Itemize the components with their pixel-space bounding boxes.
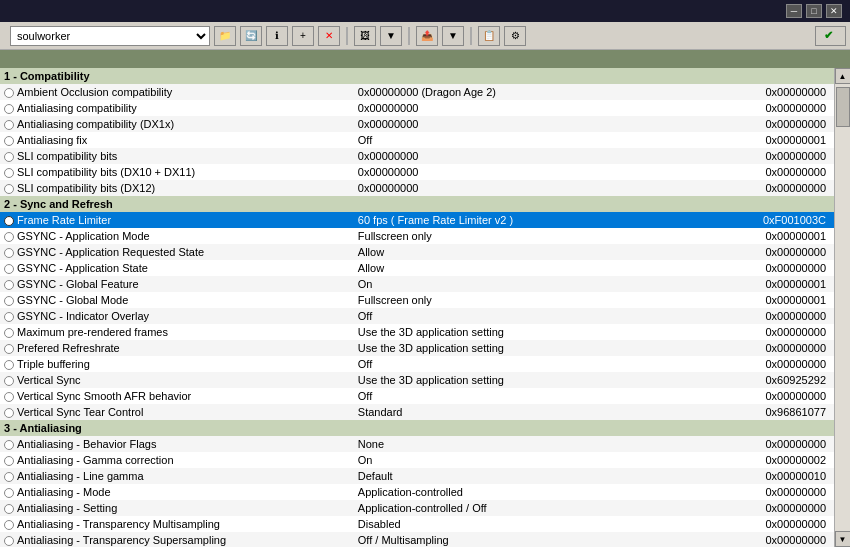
- table-row[interactable]: GSYNC - Indicator OverlayOff0x00000000: [0, 308, 834, 324]
- table-row[interactable]: GSYNC - Global FeatureOn0x00000001: [0, 276, 834, 292]
- row-value-cell: Fullscreen only: [354, 292, 683, 308]
- table-row[interactable]: SLI compatibility bits (DX10 + DX11)0x00…: [0, 164, 834, 180]
- table-row[interactable]: Antialiasing - Transparency Supersamplin…: [0, 532, 834, 547]
- section-header-cell: 2 - Sync and Refresh: [0, 196, 834, 212]
- toolbar-icon-4[interactable]: +: [292, 26, 314, 46]
- table-row[interactable]: GSYNC - Application ModeFullscreen only0…: [0, 228, 834, 244]
- row-radio-dot: [4, 120, 14, 130]
- toolbar-icon-9[interactable]: 📋: [478, 26, 500, 46]
- row-hex-cell: 0x00000000: [682, 324, 834, 340]
- row-name-cell: GSYNC - Application Mode: [0, 228, 354, 244]
- close-button[interactable]: ✕: [826, 4, 842, 18]
- row-hex-cell: 0x96861077: [682, 404, 834, 420]
- row-name-cell: Maximum pre-rendered frames: [0, 324, 354, 340]
- row-value-cell: Default: [354, 468, 683, 484]
- scroll-down-arrow[interactable]: ▼: [835, 531, 851, 547]
- table-row[interactable]: Antialiasing - Transparency Multisamplin…: [0, 516, 834, 532]
- row-hex-cell: 0x00000000: [682, 244, 834, 260]
- row-name-cell: GSYNC - Indicator Overlay: [0, 308, 354, 324]
- table-row[interactable]: Vertical Sync Smooth AFR behaviorOff0x00…: [0, 388, 834, 404]
- toolbar-icon-1[interactable]: 📁: [214, 26, 236, 46]
- toolbar-icon-6[interactable]: ▼: [380, 26, 402, 46]
- table-row[interactable]: Vertical Sync Tear ControlStandard0x9686…: [0, 404, 834, 420]
- table-row[interactable]: GSYNC - Application Requested StateAllow…: [0, 244, 834, 260]
- row-value-cell: Use the 3D application setting: [354, 340, 683, 356]
- row-value-cell: Allow: [354, 260, 683, 276]
- title-bar: ─ □ ✕: [0, 0, 850, 22]
- main-content: 1 - CompatibilityAmbient Occlusion compa…: [0, 68, 850, 547]
- table-row[interactable]: Antialiasing fixOff0x00000001: [0, 132, 834, 148]
- toolbar-icon-10[interactable]: ⚙: [504, 26, 526, 46]
- restore-button[interactable]: □: [806, 4, 822, 18]
- row-value-cell: 0x00000000 (Dragon Age 2): [354, 84, 683, 100]
- table-row[interactable]: Antialiasing - Behavior FlagsNone0x00000…: [0, 436, 834, 452]
- row-name-cell: Antialiasing - Mode: [0, 484, 354, 500]
- row-name-cell: Antialiasing - Line gamma: [0, 468, 354, 484]
- row-value-cell: Allow: [354, 244, 683, 260]
- row-value-cell: Off: [354, 308, 683, 324]
- apply-check-icon: ✔: [824, 29, 833, 42]
- section-header-cell: 3 - Antialiasing: [0, 420, 834, 436]
- row-value-cell: Disabled: [354, 516, 683, 532]
- row-radio-dot: [4, 376, 14, 386]
- table-row[interactable]: Triple bufferingOff0x00000000: [0, 356, 834, 372]
- row-hex-cell: 0x00000000: [682, 180, 834, 196]
- table-row[interactable]: Maximum pre-rendered framesUse the 3D ap…: [0, 324, 834, 340]
- row-radio-dot: [4, 136, 14, 146]
- toolbar-icon-3[interactable]: ℹ: [266, 26, 288, 46]
- table-container[interactable]: 1 - CompatibilityAmbient Occlusion compa…: [0, 68, 834, 547]
- row-hex-cell: 0x00000001: [682, 228, 834, 244]
- row-radio-dot: [4, 248, 14, 258]
- minimize-button[interactable]: ─: [786, 4, 802, 18]
- table-row[interactable]: SLI compatibility bits (DX12)0x000000000…: [0, 180, 834, 196]
- table-row[interactable]: Vertical SyncUse the 3D application sett…: [0, 372, 834, 388]
- row-hex-cell: 0x00000000: [682, 84, 834, 100]
- row-hex-cell: 0x00000001: [682, 132, 834, 148]
- row-value-cell: Off: [354, 356, 683, 372]
- table-row[interactable]: Frame Rate Limiter60 fps ( Frame Rate Li…: [0, 212, 834, 228]
- toolbar-separator-2: [408, 27, 410, 45]
- scroll-track[interactable]: [835, 84, 851, 531]
- scrollbar[interactable]: ▲ ▼: [834, 68, 850, 547]
- table-row[interactable]: Antialiasing compatibility0x000000000x00…: [0, 100, 834, 116]
- toolbar-icon-delete[interactable]: ✕: [318, 26, 340, 46]
- table-row[interactable]: Antialiasing - Gamma correctionOn0x00000…: [0, 452, 834, 468]
- row-radio-dot: [4, 408, 14, 418]
- table-row[interactable]: SLI compatibility bits0x000000000x000000…: [0, 148, 834, 164]
- toolbar-icon-8[interactable]: ▼: [442, 26, 464, 46]
- row-radio-dot: [4, 88, 14, 98]
- table-row[interactable]: Prefered RefreshrateUse the 3D applicati…: [0, 340, 834, 356]
- row-name-cell: Antialiasing - Behavior Flags: [0, 436, 354, 452]
- row-name-cell: Triple buffering: [0, 356, 354, 372]
- row-hex-cell: 0x00000000: [682, 148, 834, 164]
- row-hex-cell: 0x00000000: [682, 308, 834, 324]
- row-radio-dot: [4, 184, 14, 194]
- table-row[interactable]: GSYNC - Global ModeFullscreen only0x0000…: [0, 292, 834, 308]
- row-value-cell: On: [354, 276, 683, 292]
- row-radio-dot: [4, 536, 14, 546]
- table-row[interactable]: Antialiasing - SettingApplication-contro…: [0, 500, 834, 516]
- data-table: 1 - CompatibilityAmbient Occlusion compa…: [0, 68, 834, 547]
- row-value-cell: 0x00000000: [354, 148, 683, 164]
- row-hex-cell: 0x00000000: [682, 436, 834, 452]
- profile-select[interactable]: soulworker: [10, 26, 210, 46]
- row-name-cell: GSYNC - Application Requested State: [0, 244, 354, 260]
- toolbar-icon-5[interactable]: 🖼: [354, 26, 376, 46]
- row-value-cell: 0x00000000: [354, 180, 683, 196]
- toolbar-icon-2[interactable]: 🔄: [240, 26, 262, 46]
- table-row[interactable]: Antialiasing - ModeApplication-controlle…: [0, 484, 834, 500]
- table-row[interactable]: Antialiasing compatibility (DX1x)0x00000…: [0, 116, 834, 132]
- table-row[interactable]: Ambient Occlusion compatibility0x0000000…: [0, 84, 834, 100]
- apply-changes-button[interactable]: ✔: [815, 26, 846, 46]
- row-name-cell: Vertical Sync Smooth AFR behavior: [0, 388, 354, 404]
- toolbar-icon-7[interactable]: 📤: [416, 26, 438, 46]
- table-row[interactable]: Antialiasing - Line gammaDefault0x000000…: [0, 468, 834, 484]
- row-value-cell: 60 fps ( Frame Rate Limiter v2 ): [354, 212, 683, 228]
- scroll-thumb[interactable]: [836, 87, 850, 127]
- row-value-cell: Standard: [354, 404, 683, 420]
- table-row[interactable]: GSYNC - Application StateAllow0x00000000: [0, 260, 834, 276]
- row-radio-dot: [4, 344, 14, 354]
- scroll-up-arrow[interactable]: ▲: [835, 68, 851, 84]
- row-name-cell: Antialiasing compatibility (DX1x): [0, 116, 354, 132]
- row-name-cell: Antialiasing - Transparency Supersamplin…: [0, 532, 354, 547]
